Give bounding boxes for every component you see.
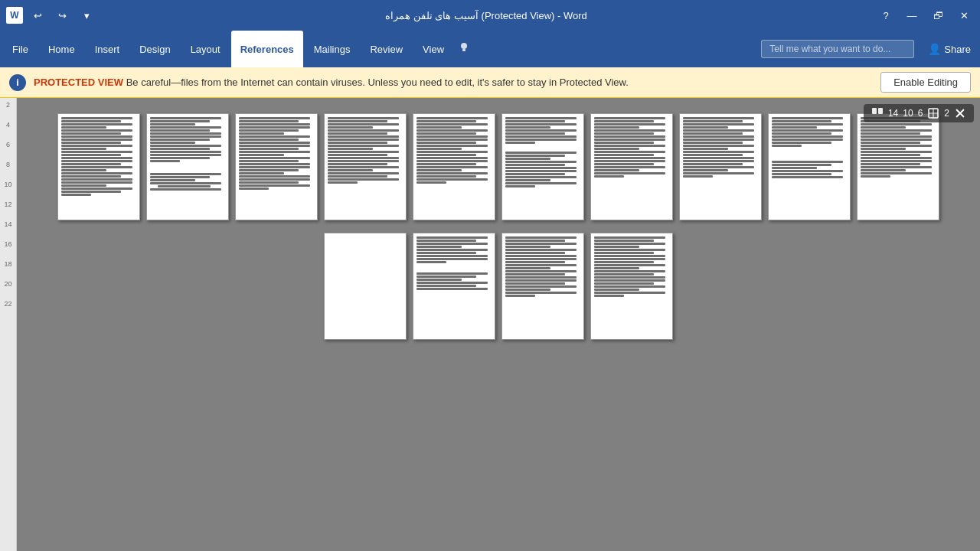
tab-view[interactable]: View: [413, 31, 453, 67]
svg-point-0: [461, 43, 467, 49]
page-thumb-4[interactable]: [324, 113, 407, 220]
protected-view-label: PROTECTED VIEW: [34, 77, 123, 88]
ribbon: File Home Insert Design Layout Reference…: [0, 31, 980, 67]
tab-layout[interactable]: Layout: [181, 31, 230, 67]
thumb-count-14: 14: [888, 108, 898, 119]
pages-grid: [57, 113, 939, 355]
page-thumb-13[interactable]: [501, 233, 584, 340]
tab-review[interactable]: Review: [361, 31, 412, 67]
page-thumb-8[interactable]: [679, 113, 762, 220]
thumb-count-6: 6: [918, 108, 923, 119]
tab-mailings[interactable]: Mailings: [305, 31, 360, 67]
page-thumb-10[interactable]: [857, 113, 939, 220]
thumb-icon1: [871, 107, 884, 119]
thumbnail-toolbar: 14 10 6 2: [864, 104, 974, 122]
svg-rect-1: [462, 49, 466, 51]
undo-button[interactable]: ↩: [28, 5, 47, 25]
tab-references[interactable]: References: [231, 31, 303, 67]
document-area: [17, 98, 980, 551]
word-logo: W: [6, 7, 23, 24]
thumb-count-2: 2: [944, 108, 949, 119]
page-thumb-14[interactable]: [590, 233, 673, 340]
restore-button[interactable]: 🗗: [928, 5, 948, 25]
share-button[interactable]: 👤 Share: [922, 40, 977, 58]
share-icon: 👤: [928, 43, 941, 55]
lightbulb-icon: [458, 41, 470, 54]
search-input[interactable]: [761, 40, 914, 58]
customize-button[interactable]: ▾: [77, 5, 96, 25]
svg-rect-2: [872, 108, 877, 114]
pages-row-1: [57, 113, 939, 220]
page-thumb-5[interactable]: [413, 113, 495, 220]
redo-button[interactable]: ↪: [52, 5, 72, 25]
tab-design[interactable]: Design: [130, 31, 179, 67]
title-bar: W ↩ ↪ ▾ آسیب های تلفن همراه (Protected V…: [0, 0, 980, 31]
thumb-icon2: [927, 107, 939, 119]
help-button[interactable]: ?: [876, 5, 896, 25]
info-icon: i: [9, 74, 26, 91]
tab-file[interactable]: File: [3, 31, 38, 67]
page-thumb-6[interactable]: [501, 113, 584, 220]
title-bar-right: ? — 🗗 ✕: [876, 5, 974, 25]
page-thumb-1[interactable]: [57, 113, 140, 220]
minimize-button[interactable]: —: [902, 5, 922, 25]
pages-row-2: [57, 233, 939, 340]
tab-insert[interactable]: Insert: [86, 31, 129, 67]
title-bar-title: آسیب های تلفن همراه (Protected View) - W…: [96, 10, 876, 21]
page-thumb-12[interactable]: [413, 233, 495, 340]
page-thumb-3[interactable]: [235, 113, 318, 220]
thumb-count-10: 10: [903, 108, 913, 119]
page-thumb-2[interactable]: [146, 113, 229, 220]
protected-view-bar: i PROTECTED VIEW Be careful—files from t…: [0, 67, 980, 98]
protected-view-message: Be careful—files from the Internet can c…: [126, 77, 629, 88]
left-ruler: 2 4 6 8 10 12 14 16 18 20 22: [0, 98, 17, 551]
tab-home[interactable]: Home: [39, 31, 84, 67]
enable-editing-button[interactable]: Enable Editing: [880, 72, 971, 93]
page-thumb-9[interactable]: [768, 113, 851, 220]
svg-rect-3: [878, 108, 883, 114]
close-button[interactable]: ✕: [954, 5, 974, 25]
title-bar-left: W ↩ ↪ ▾: [6, 5, 96, 25]
content-area: 2 4 6 8 10 12 14 16 18 20 22 14 10 6 2: [0, 98, 980, 551]
protected-text: PROTECTED VIEW Be careful—files from the…: [34, 77, 873, 88]
page-thumb-7[interactable]: [590, 113, 673, 220]
page-thumb-11[interactable]: [324, 233, 407, 340]
close-thumb-icon[interactable]: [954, 107, 966, 119]
